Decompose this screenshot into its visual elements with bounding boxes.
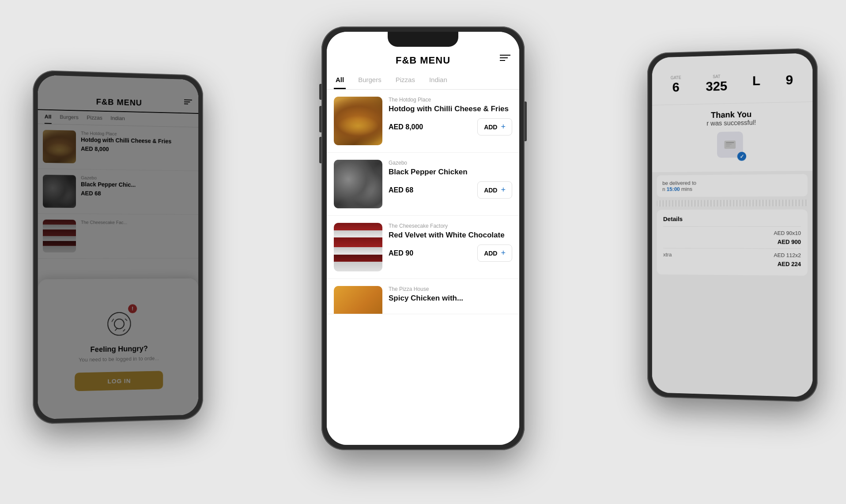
seat-item: SAT 325 [706,74,727,94]
svg-line-3 [125,319,127,320]
restaurant-name-chicken: Gazebo [389,160,512,166]
svg-rect-7 [726,142,734,143]
pizza-image [334,286,382,314]
menu-thumb-cake [334,223,382,271]
modal-title: Feeling Hungry? [90,344,147,354]
app-title: F&B MENU [396,55,450,66]
add-label-chicken: ADD [484,187,497,194]
menu-info-pizza: The Pizza House Spicy Chicken with... [389,286,512,303]
login-button[interactable]: LOG IN [75,371,163,391]
left-menu-item-1: The Hotdog Place Hotdog with Chilli Chee… [38,124,199,171]
left-filter-icon [184,99,192,104]
left-screen: F&B MENU All Burgers Pizzas Indian [38,75,199,419]
add-label-cake: ADD [484,250,497,257]
menu-footer-cake: AED 90 ADD + [389,244,512,262]
wavy-divider [657,199,808,207]
delivery-info: be delivered to n 15:00 mins [662,179,802,192]
menu-tabs: All Burgers Pizzas Indian [327,71,519,90]
order-row-3: xtra AED 112x2 [663,252,801,258]
phone-right: GATE 6 SAT 325 L 9 Thank [647,48,818,402]
order-row-1: AED 90x10 [663,230,801,236]
item-price-chicken: AED 68 [389,186,413,194]
menu-item-chicken: Gazebo Black Pepper Chicken AED 68 ADD + [327,153,519,216]
menu-item-cake: The Cheesecake Factory Red Velvet with W… [327,216,519,279]
order-details-title: Details [663,215,801,222]
donut-icon: ! [103,306,135,339]
phone-center: F&B MENU All Burgers Pizzas Indian [321,26,525,450]
order-row-2: AED 900 [663,238,801,245]
gate-label: GATE [671,75,681,80]
add-label-hotdog: ADD [484,124,497,131]
modal-subtitle: You need to be logged in to orde... [79,355,159,362]
center-screen: F&B MENU All Burgers Pizzas Indian [327,32,519,445]
tab-pizzas[interactable]: Pizzas [394,71,417,89]
menu-info-cake: The Cheesecake Factory Red Velvet with W… [389,223,512,262]
right-screen: GATE 6 SAT 325 L 9 Thank [652,53,813,397]
svg-rect-9 [726,146,730,147]
notch [388,32,458,47]
plus-icon-hotdog: + [501,122,506,132]
order-row-4: AED 224 [663,260,801,267]
left-tab-indian: Indian [110,115,125,126]
left-item-info-2: Gazebo Black Pepper Chic... AED 68 [81,175,193,209]
left-tab-all: All [45,113,52,124]
left-modal: ! Feeling Hungry? You need to be logged … [38,278,199,419]
add-button-chicken[interactable]: ADD + [477,181,512,199]
menu-footer-hotdog: AED 8,000 ADD + [389,118,512,135]
seat2-item: 9 [786,72,793,92]
phone-left: F&B MENU All Burgers Pizzas Indian [33,70,203,424]
restaurant-name-cake: The Cheesecake Factory [389,223,512,229]
restaurant-name-hotdog: The Hotdog Place [389,97,512,103]
plus-icon-cake: + [501,248,506,258]
gate-value: 6 [671,80,681,95]
svg-point-0 [108,312,130,335]
seat2-value: 9 [786,72,793,88]
item-name-hotdog: Hotdog with Chilli Cheese & Fries [389,104,512,113]
plus-icon-chicken: + [501,185,506,195]
left-thumb-1 [43,130,76,163]
menu-list: The Hotdog Place Hotdog with Chilli Chee… [327,90,519,441]
alert-badge: ! [128,304,137,313]
left-thumb-2 [43,175,76,208]
restaurant-name-pizza: The Pizza House [389,286,512,292]
left-item-info-1: The Hotdog Place Hotdog with Chilli Chee… [81,131,193,165]
tab-indian[interactable]: Indian [427,71,449,89]
left-tab-burgers: Burgers [60,114,79,124]
left-menu-item-2: Gazebo Black Pepper Chic... AED 68 [38,169,199,215]
svg-line-5 [123,329,125,331]
item-name-pizza: Spicy Chicken with... [389,293,512,303]
item-name-cake: Red Velvet with White Chocolate [389,230,512,240]
seat-value: 325 [706,79,727,94]
svg-line-4 [115,329,117,331]
menu-info-hotdog: The Hotdog Place Hotdog with Chilli Chee… [389,97,512,135]
menu-thumb-hotdog [334,97,382,145]
svg-line-2 [112,319,113,322]
item-price-hotdog: AED 8,000 [389,123,423,131]
add-button-hotdog[interactable]: ADD + [477,118,512,135]
left-tab-pizzas: Pizzas [87,114,102,125]
row-value: L [752,73,760,89]
menu-info-chicken: Gazebo Black Pepper Chicken AED 68 ADD + [389,160,512,199]
order-details: Details AED 90x10 AED 900 xtra AED 112x2 [657,210,808,276]
svg-point-1 [114,319,124,328]
cake-image [334,223,382,271]
menu-item-pizza: The Pizza House Spicy Chicken with... [327,279,519,314]
left-header: F&B MENU [38,75,199,114]
left-item-info-3: The Cheesecake Fac... [81,220,193,252]
svg-rect-8 [726,144,732,145]
gate-item: GATE 6 [671,75,681,95]
item-price-cake: AED 90 [389,249,413,257]
item-name-chicken: Black Pepper Chicken [389,167,512,177]
left-menu-item-3: The Cheesecake Fac... [38,214,199,259]
filter-icon[interactable] [500,55,510,61]
chicken-image [334,160,382,208]
tab-all[interactable]: All [334,71,346,89]
tab-burgers[interactable]: Burgers [356,71,383,89]
hotdog-image [334,97,382,145]
left-thumb-3 [43,220,76,253]
menu-item-hotdog: The Hotdog Place Hotdog with Chilli Chee… [327,90,519,153]
gate-info: GATE 6 SAT 325 L 9 [658,72,806,95]
add-button-cake[interactable]: ADD + [477,244,512,262]
row-item: L [752,73,760,93]
left-title: F&B MENU [46,96,191,109]
